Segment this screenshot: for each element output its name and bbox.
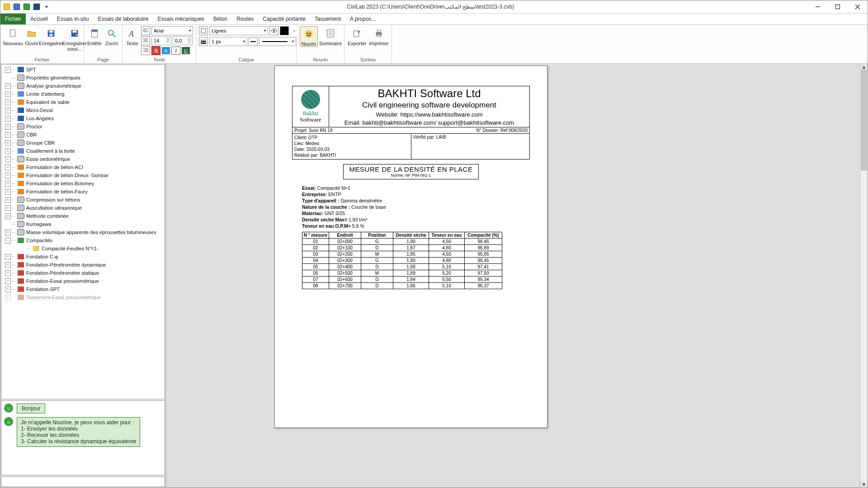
- maximize-button[interactable]: [828, 0, 848, 13]
- tree-node[interactable]: +Los-Angeles: [1, 114, 165, 122]
- tree-node[interactable]: −Compacités: [1, 236, 165, 244]
- open-button[interactable]: Ouvrir: [25, 26, 38, 46]
- tree-node[interactable]: +Cisaillement à la boite: [1, 147, 165, 155]
- qat-customize-icon[interactable]: [43, 3, 50, 10]
- tree-node[interactable]: +Formulation de béton-ACI: [1, 163, 165, 171]
- tab-essais-in-situ[interactable]: Essais in-situ: [52, 14, 94, 24]
- italic-button[interactable]: I: [171, 47, 180, 55]
- tree-node[interactable]: +Formulation de béton-Dreux- Gorisse: [1, 171, 165, 179]
- qat-btn-3[interactable]: [23, 3, 30, 10]
- align-center-icon[interactable]: [141, 36, 150, 45]
- tab-accueil[interactable]: Accueil: [26, 14, 52, 24]
- tree-node[interactable]: +Tassement-Essai pressiométrique: [1, 293, 165, 301]
- tree-node[interactable]: +SPT: [1, 66, 165, 74]
- expand-icon[interactable]: +: [5, 91, 11, 97]
- bold-button[interactable]: B: [162, 47, 170, 54]
- expand-icon[interactable]: +: [5, 140, 11, 146]
- vertical-scrollbar[interactable]: ▲ ▼: [860, 64, 868, 488]
- tree-node[interactable]: +Masse volumique apparente des éprouvett…: [1, 228, 165, 236]
- tab-routes[interactable]: Routes: [232, 14, 258, 24]
- expand-icon[interactable]: +: [5, 295, 11, 300]
- scroll-up-icon[interactable]: ▲: [860, 64, 868, 70]
- line-style-combo[interactable]: [259, 37, 296, 46]
- tree-node[interactable]: Compacité-Feuilles N°=1-: [1, 244, 165, 253]
- scroll-down-icon[interactable]: ▼: [860, 481, 868, 488]
- stroke-width-combo[interactable]: 1 px: [209, 37, 247, 46]
- expand-icon[interactable]: +: [5, 173, 11, 178]
- line-style-icon[interactable]: [249, 37, 258, 46]
- tree-node[interactable]: +Equivalent de sable: [1, 98, 165, 106]
- font-family-combo[interactable]: Arial: [151, 26, 193, 35]
- layer-combo[interactable]: Lignes: [209, 26, 268, 35]
- layer-color-swatch[interactable]: [280, 26, 289, 35]
- expand-icon[interactable]: +: [5, 286, 11, 292]
- align-right-icon[interactable]: [141, 46, 150, 55]
- font-size-spin[interactable]: 14: [151, 36, 171, 45]
- tree-node[interactable]: +Micro-Deval: [1, 106, 165, 114]
- tree-node[interactable]: +Formulation de béton-Faury: [1, 188, 165, 196]
- expand-icon[interactable]: +: [5, 262, 11, 268]
- expand-icon[interactable]: +: [5, 197, 11, 203]
- tab-fichier[interactable]: Fichier: [0, 14, 26, 24]
- qat-btn-4[interactable]: [33, 3, 40, 10]
- header-button[interactable]: Entête: [87, 26, 102, 46]
- align-left-icon[interactable]: [141, 26, 150, 35]
- expand-icon[interactable]: +: [5, 124, 11, 130]
- tree-node[interactable]: Propriétés géométriques: [1, 74, 165, 82]
- expand-icon[interactable]: +: [5, 181, 11, 187]
- expand-icon[interactable]: +: [5, 148, 11, 154]
- expand-icon[interactable]: +: [5, 99, 11, 105]
- tab-tassement[interactable]: Tassement: [310, 14, 345, 24]
- tree-node[interactable]: +CBR: [1, 131, 165, 139]
- expand-icon[interactable]: +: [5, 116, 11, 122]
- tree-node[interactable]: Kumagawa: [1, 220, 165, 228]
- print-button[interactable]: Imprimer: [369, 26, 389, 46]
- collapse-icon[interactable]: −: [5, 238, 11, 244]
- expand-icon[interactable]: +: [5, 205, 11, 211]
- tab-capacite-portante[interactable]: Capacité portante: [258, 14, 310, 24]
- summary-button[interactable]: Sommaire: [320, 26, 341, 46]
- tree-node[interactable]: +Groupe CBR: [1, 139, 165, 147]
- eye-icon[interactable]: [269, 26, 278, 35]
- tree-node[interactable]: +Auscultation ultrasonique: [1, 204, 165, 212]
- tree-node[interactable]: +Méthode combinée: [1, 212, 165, 220]
- tree-node[interactable]: +Fondation-Pénétromètre dynamique: [1, 261, 165, 269]
- expand-icon[interactable]: +: [5, 213, 11, 219]
- expand-icon[interactable]: +: [5, 278, 11, 284]
- nourin-button[interactable]: Nourin: [300, 26, 318, 47]
- zoom-button[interactable]: Zoom: [104, 26, 119, 46]
- qat-btn-2[interactable]: [13, 3, 20, 10]
- tree-node[interactable]: +Fondation-SPT: [1, 285, 165, 293]
- save-as-button[interactable]: Enregistrer sous...: [64, 26, 85, 52]
- expand-icon[interactable]: +: [5, 132, 11, 138]
- tree-node[interactable]: +Compression sur bétons: [1, 196, 165, 204]
- tree-node[interactable]: +Fondation-Pénétromètre statique: [1, 269, 165, 277]
- tree-node[interactable]: +Analyse granulométrique: [1, 82, 165, 90]
- expand-icon[interactable]: +: [5, 230, 11, 235]
- tree-node[interactable]: +Limite d'atterberg: [1, 90, 165, 98]
- expand-icon[interactable]: +: [5, 254, 11, 260]
- scrollbar-thumb[interactable]: [861, 70, 867, 170]
- tree-node[interactable]: +Essai oedométrique: [1, 155, 165, 163]
- tree-node[interactable]: +Fondation-Essai pressiométrique: [1, 277, 165, 285]
- chat-input[interactable]: [1, 476, 165, 487]
- text-button[interactable]: A Texte: [125, 26, 139, 46]
- expand-icon[interactable]: +: [5, 164, 11, 170]
- font-color-button[interactable]: A: [151, 46, 160, 55]
- export-button[interactable]: Exporter: [347, 26, 367, 46]
- close-button[interactable]: [848, 0, 868, 13]
- tab-essais-laboratoire[interactable]: Essais de laboratoire: [93, 14, 153, 24]
- expand-icon[interactable]: +: [5, 270, 11, 276]
- minimize-button[interactable]: [808, 0, 828, 13]
- tab-beton[interactable]: Béton: [209, 14, 232, 24]
- tree-node[interactable]: +Fondation C-φ: [1, 253, 165, 261]
- expand-icon[interactable]: +: [5, 156, 11, 162]
- underline-button[interactable]: U: [182, 47, 190, 54]
- new-button[interactable]: Nouveau: [3, 26, 23, 46]
- expand-icon[interactable]: +: [5, 67, 11, 73]
- expand-icon[interactable]: +: [5, 83, 11, 89]
- tree-node[interactable]: +Formulation de béton-Bolomey: [1, 179, 165, 188]
- tab-a-propos[interactable]: A propos...: [345, 14, 380, 24]
- tab-essais-mecaniques[interactable]: Essais mécaniques: [153, 14, 208, 24]
- indent-spin[interactable]: 0,0: [173, 36, 193, 45]
